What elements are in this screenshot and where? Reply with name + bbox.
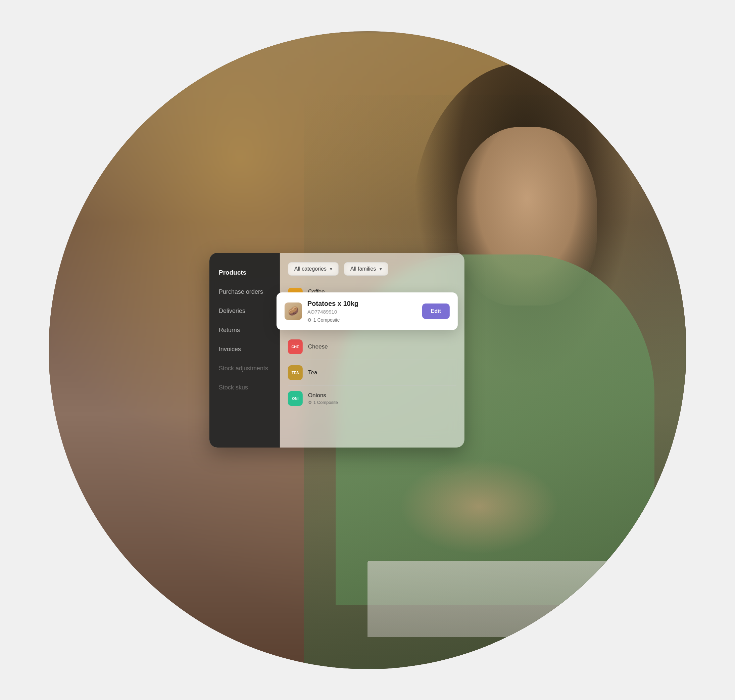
laptop-area xyxy=(368,561,623,637)
expanded-card-composite: ⚙ 1 Composite xyxy=(307,317,417,323)
categories-filter-label: All categories xyxy=(294,266,326,272)
ui-panel: Products Purchase orders Deliveries Retu… xyxy=(209,253,465,447)
expanded-card-image: 🥔 xyxy=(285,303,302,320)
sidebar-item-purchase-orders[interactable]: Purchase orders xyxy=(209,282,280,301)
sidebar-item-invoices[interactable]: Invoices xyxy=(209,340,280,359)
product-info-onions: Onions ⚙ 1 Composite xyxy=(308,392,338,405)
product-badge-onions: ONI xyxy=(288,391,303,406)
sidebar-item-products[interactable]: Products xyxy=(209,263,280,282)
product-name-onions: Onions xyxy=(308,392,338,399)
product-badge-cheese: CHE xyxy=(288,340,303,354)
sidebar-item-stock-adjustments[interactable]: Stock adjustments xyxy=(209,359,280,378)
families-filter[interactable]: All families ▾ xyxy=(344,262,388,276)
expanded-card-name: Potatoes x 10kg xyxy=(307,300,417,307)
ui-overlay: Products Purchase orders Deliveries Retu… xyxy=(209,253,465,447)
composite-icon-potatoes: ⚙ xyxy=(307,317,312,323)
product-info-cheese: Cheese xyxy=(308,343,328,350)
categories-chevron-icon: ▾ xyxy=(330,266,332,272)
categories-filter[interactable]: All categories ▾ xyxy=(288,262,339,276)
expanded-card-info: Potatoes x 10kg AO77489910 ⚙ 1 Composite xyxy=(307,300,417,323)
product-composite-onions: ⚙ 1 Composite xyxy=(308,400,338,405)
scene: Products Purchase orders Deliveries Retu… xyxy=(0,0,735,700)
product-name-cheese: Cheese xyxy=(308,343,328,350)
product-badge-tea: TEA xyxy=(288,365,303,380)
families-filter-label: All families xyxy=(350,266,376,272)
sidebar: Products Purchase orders Deliveries Retu… xyxy=(209,253,280,447)
hands-area xyxy=(399,459,559,554)
expanded-card-code: AO77489910 xyxy=(307,309,417,315)
product-name-tea: Tea xyxy=(308,369,317,376)
product-row-tea[interactable]: TEA Tea xyxy=(288,360,456,386)
edit-button[interactable]: Edit xyxy=(422,303,450,319)
product-row-onions[interactable]: ONI Onions ⚙ 1 Composite xyxy=(288,386,456,411)
sidebar-item-stock-skus[interactable]: Stock skus xyxy=(209,378,280,397)
main-content: All categories ▾ All families ▾ COF Coff… xyxy=(280,253,465,447)
product-row-cheese[interactable]: CHE Cheese xyxy=(288,334,456,360)
sidebar-item-deliveries[interactable]: Deliveries xyxy=(209,301,280,321)
expanded-card-potatoes: 🥔 Potatoes x 10kg AO77489910 ⚙ 1 Composi… xyxy=(276,293,458,330)
sidebar-item-returns[interactable]: Returns xyxy=(209,321,280,340)
filter-row: All categories ▾ All families ▾ xyxy=(288,262,456,276)
composite-icon-onions: ⚙ xyxy=(308,400,312,405)
families-chevron-icon: ▾ xyxy=(379,266,382,272)
product-info-tea: Tea xyxy=(308,369,317,376)
